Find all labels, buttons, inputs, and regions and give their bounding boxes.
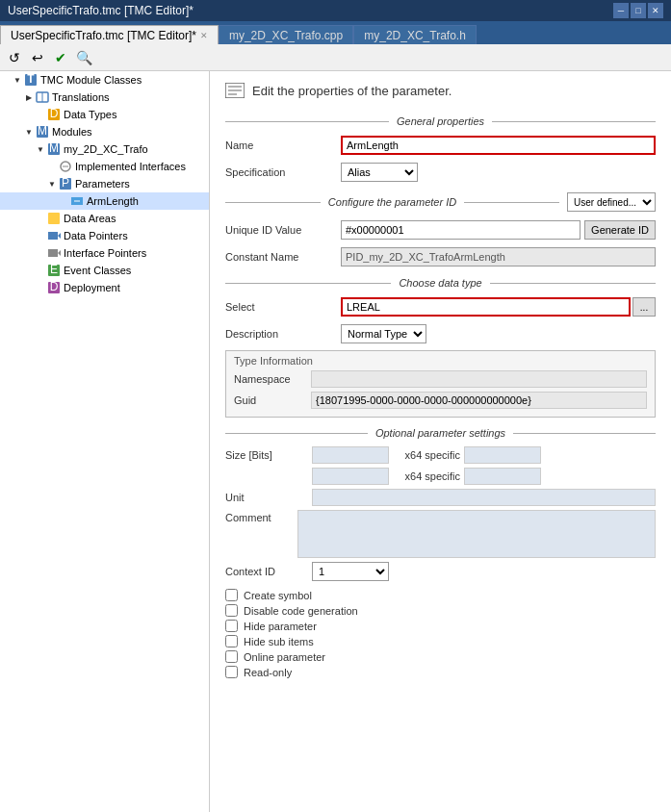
sidebar-item-impl-interfaces[interactable]: ▶ Implemented Interfaces	[0, 158, 209, 175]
specification-select[interactable]: Alias Value	[341, 163, 418, 182]
disable-code-gen-checkbox[interactable]	[225, 604, 238, 617]
title-bar: UserSpecificTrafo.tmc [TMC Editor]* ─ □ …	[0, 0, 671, 21]
tab-bar: UserSpecificTrafo.tmc [TMC Editor]* ✕ my…	[0, 21, 671, 44]
expander-my2d[interactable]: ▼	[35, 143, 46, 155]
section-line-left	[225, 121, 389, 122]
sidebar-item-modules[interactable]: ▼ M Modules	[0, 123, 209, 140]
modules-label: Modules	[52, 126, 92, 138]
armlength-icon	[69, 193, 85, 209]
name-label: Name	[225, 140, 341, 151]
guid-label: Guid	[234, 394, 311, 406]
unit-label: Unit	[225, 492, 312, 503]
sidebar-item-data-types[interactable]: ▶ D Data Types	[0, 106, 209, 123]
sidebar-item-data-pointers[interactable]: ▶ Data Pointers	[0, 227, 209, 244]
select-label: Select	[225, 301, 341, 313]
tab-tmc-close[interactable]: ✕	[200, 31, 208, 40]
toolbar-undo-button[interactable]: ↩	[27, 47, 48, 68]
x64-specific-label-2: x64 specific	[393, 470, 460, 482]
namespace-input[interactable]	[311, 370, 647, 388]
svg-marker-18	[58, 233, 61, 239]
tab-h[interactable]: my_2D_XC_Trafo.h	[353, 25, 477, 44]
svg-rect-19	[48, 249, 58, 257]
svg-text:D: D	[50, 108, 59, 120]
expander-modules[interactable]: ▼	[23, 126, 35, 138]
guid-input[interactable]	[311, 392, 647, 409]
parameters-label: Parameters	[75, 178, 130, 190]
x64-specific-input-1[interactable]	[464, 446, 541, 464]
translations-icon	[35, 89, 50, 105]
description-select[interactable]: Normal Type	[341, 324, 426, 343]
expander-translations[interactable]: ▶	[23, 91, 35, 103]
size-bits-row2: x64 specific	[225, 468, 656, 485]
expander-params[interactable]: ▼	[46, 178, 58, 190]
select-browse-button[interactable]: ...	[632, 297, 656, 317]
description-row: Description Normal Type	[225, 323, 656, 344]
select-row: Select ...	[225, 296, 656, 317]
sidebar-item-event-classes[interactable]: ▶ E Event Classes	[0, 262, 209, 279]
check-create-symbol: Create symbol	[225, 589, 656, 601]
sidebar-item-deployment[interactable]: ▶ D Deployment	[0, 279, 209, 296]
close-button[interactable]: ✕	[648, 3, 663, 18]
checkboxes-container: Create symbol Disable code generation Hi…	[225, 589, 656, 678]
sidebar-item-armlength[interactable]: ▶ ArmLength	[0, 192, 209, 210]
tab-tmc-editor[interactable]: UserSpecificTrafo.tmc [TMC Editor]* ✕	[0, 25, 219, 44]
check-hide-parameter: Hide parameter	[225, 620, 656, 632]
data-areas-icon	[46, 211, 62, 226]
name-input[interactable]	[341, 136, 656, 155]
read-only-checkbox[interactable]	[225, 666, 238, 678]
check-online-parameter: Online parameter	[225, 650, 656, 663]
sidebar-item-translations[interactable]: ▶ Translations	[0, 89, 209, 106]
toolbar-refresh-button[interactable]: ↺	[4, 47, 25, 68]
translations-label: Translations	[52, 91, 110, 103]
tab-cpp[interactable]: my_2D_XC_Trafo.cpp	[219, 25, 353, 44]
sidebar-item-data-areas[interactable]: ▶ Data Areas	[0, 210, 209, 227]
section-general-properties: General properties	[225, 115, 656, 127]
sidebar-item-tmc-module-classes[interactable]: ▼ T TMC Module Classes	[0, 71, 209, 89]
unit-input[interactable]	[312, 489, 656, 506]
generate-id-button[interactable]: Generate ID	[584, 220, 656, 240]
maximize-button[interactable]: □	[631, 3, 646, 18]
user-defined-select[interactable]: User defined...	[567, 192, 656, 212]
toolbar-search-button[interactable]: 🔍	[73, 47, 94, 68]
x64-specific-input-2[interactable]	[464, 468, 541, 485]
my2d-trafo-label: my_2D_XC_Trafo	[64, 143, 148, 155]
tab-tmc-label: UserSpecificTrafo.tmc [TMC Editor]*	[11, 29, 196, 42]
tab-cpp-label: my_2D_XC_Trafo.cpp	[229, 29, 343, 42]
deployment-icon: D	[46, 280, 62, 295]
expander-tmc[interactable]: ▼	[12, 74, 23, 86]
section-line-dt-right	[490, 283, 656, 284]
svg-text:D: D	[50, 281, 59, 293]
comment-row: Comment	[225, 510, 656, 558]
hide-sub-items-label: Hide sub items	[244, 636, 314, 647]
sidebar-item-parameters[interactable]: ▼ P Parameters	[0, 175, 209, 192]
check-disable-code-gen: Disable code generation	[225, 604, 656, 617]
data-pointers-icon	[46, 228, 62, 243]
read-only-label: Read-only	[244, 667, 292, 678]
online-parameter-checkbox[interactable]	[225, 650, 238, 663]
hide-parameter-label: Hide parameter	[244, 621, 317, 632]
specification-row: Specification Alias Value	[225, 162, 656, 183]
unique-id-input[interactable]	[341, 220, 581, 240]
minimize-button[interactable]: ─	[613, 3, 629, 18]
create-symbol-checkbox[interactable]	[225, 589, 238, 601]
type-info-title: Type Information	[234, 355, 647, 367]
name-row: Name	[225, 135, 656, 156]
context-id-select[interactable]: 1	[312, 562, 389, 581]
online-parameter-label: Online parameter	[244, 651, 325, 663]
impl-interfaces-label: Implemented Interfaces	[75, 161, 186, 172]
size-bits-input[interactable]	[312, 446, 389, 464]
sidebar-item-my2d-trafo[interactable]: ▼ M my_2D_XC_Trafo	[0, 140, 209, 158]
namespace-row: Namespace	[234, 370, 647, 388]
select-input[interactable]	[341, 297, 631, 317]
toolbar-check-button[interactable]: ✔	[50, 47, 71, 68]
comment-textarea[interactable]	[297, 510, 656, 558]
hide-parameter-checkbox[interactable]	[225, 620, 238, 632]
sidebar-item-interface-pointers[interactable]: ▶ Interface Pointers	[0, 244, 209, 262]
user-defined-dropdown[interactable]: User defined...	[567, 192, 656, 212]
section-configure-title: Configure the parameter ID	[321, 196, 464, 208]
hide-sub-items-checkbox[interactable]	[225, 635, 238, 647]
section-line-opt-left	[225, 433, 368, 434]
constant-name-input[interactable]	[341, 247, 656, 266]
disable-code-gen-label: Disable code generation	[244, 605, 358, 617]
size-bits-input2[interactable]	[312, 468, 389, 485]
